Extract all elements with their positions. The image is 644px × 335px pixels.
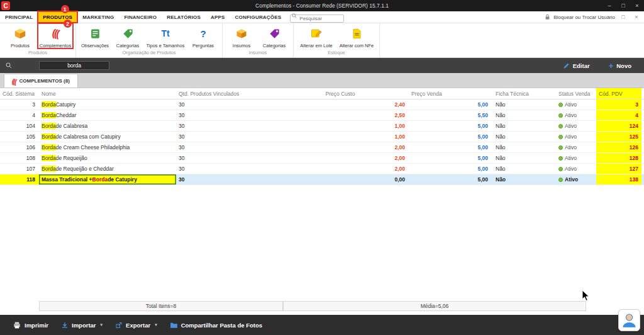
share-photos-label: Compartilhar Pasta de Fotos: [181, 322, 262, 329]
cell-preco-venda: 5,00: [410, 121, 493, 131]
column-header-preco-custo[interactable]: Preço Custo: [270, 88, 410, 99]
cell-preco-custo: 2,40: [270, 99, 410, 110]
table-row[interactable]: 104 Borda de Calabresa 30 1,00 5,00 Não …: [0, 121, 644, 132]
cell-preco-custo: 0,00: [270, 174, 410, 185]
ribbon-button-complementos[interactable]: ((( Complementos 2: [38, 23, 73, 48]
menu-search-input[interactable]: [290, 14, 344, 23]
cell-cod-pdv: 127: [596, 164, 641, 174]
cell-cod-pdv: 125: [596, 132, 641, 142]
ribbon-button-produtos[interactable]: Produtos: [3, 23, 38, 48]
tab-complementos[interactable]: ((( COMPLEMENTOS (8): [4, 74, 78, 88]
chevron-down-icon: ▾: [155, 322, 157, 327]
cell-preco-venda: 5,00: [410, 132, 493, 142]
column-header-cod-pdv[interactable]: Cód. PDV: [596, 88, 641, 99]
maximize-icon[interactable]: □: [616, 3, 630, 9]
table-row[interactable]: 105 Borda de Calabresa com Catupiry 30 1…: [0, 132, 644, 142]
edit-button-label: Editar: [573, 62, 590, 69]
annotation-step-2-badge: 2: [64, 20, 72, 28]
table-row[interactable]: 107 Borda de Requeijão e Cheddar 30 2,00…: [0, 164, 644, 174]
ribbon-button-tipos-tamanhos[interactable]: Tt Tipos e Tamanhos: [144, 23, 187, 48]
menu-tab-relatorios[interactable]: RELATÓRIOS: [162, 11, 206, 23]
ribbon-button-insumos-categorias[interactable]: Categorias: [258, 23, 291, 48]
status-active-dot: [558, 167, 563, 171]
ribbon-group-label: Organização de Produtos: [79, 48, 219, 57]
cell-cod-sistema: 106: [0, 142, 39, 152]
column-header-ficha-tecnica[interactable]: Ficha Técnica: [493, 88, 556, 99]
table-row[interactable]: 106 Borda de Cream Cheese Philadelphia 3…: [0, 142, 644, 153]
new-button-label: Novo: [616, 62, 631, 69]
import-arrow-icon: [61, 321, 69, 329]
menu-tab-apps[interactable]: APPS: [206, 11, 230, 23]
cell-status-venda: Ativo: [556, 153, 596, 163]
status-active-dot: [558, 124, 563, 128]
ribbon-group-organizacao: Observações Categorias Tt Tipos e Tamanh…: [76, 23, 223, 57]
menu-tab-marketing[interactable]: MARKETING: [77, 11, 119, 23]
minimize-icon[interactable]: –: [602, 3, 616, 9]
ribbon-button-alterar-nfe[interactable]: Alterar com NFe: [336, 23, 377, 48]
column-header-preco-venda[interactable]: Preço Venda: [410, 88, 493, 99]
ribbon-group-insumos: Insumos Categorias Insumos: [223, 23, 294, 57]
cell-ficha-tecnica: Não: [493, 174, 556, 185]
restore-icon[interactable]: □: [618, 14, 628, 20]
ribbon-button-categorias[interactable]: Categorias: [111, 23, 144, 48]
ribbon-button-label: Produtos: [11, 43, 30, 48]
table-row[interactable]: 4 Borda Cheddar 30 2,50 5,50 Não Ativo 4: [0, 110, 644, 121]
search-highlight: Borda: [92, 176, 108, 183]
supplies-categories-tag-icon: [266, 26, 282, 41]
import-button[interactable]: Importar ▾: [61, 321, 103, 329]
lock-user-button[interactable]: Bloquear ou Trocar Usuário: [553, 14, 615, 20]
cell-cod-pdv: 4: [596, 110, 641, 120]
ribbon: Produtos ((( Complementos 2 Produtos Obs…: [0, 23, 644, 58]
user-avatar[interactable]: [618, 309, 640, 331]
table-row[interactable]: 108 Borda de Requeijão 30 2,00 5,00 Não …: [0, 153, 644, 164]
cell-status-venda: Ativo: [556, 132, 596, 142]
ribbon-group-label: Insumos: [225, 48, 291, 57]
share-photos-button[interactable]: Compartilhar Pasta de Fotos: [170, 322, 262, 329]
cell-qtd-vinculados: 30: [176, 174, 270, 185]
cell-nome: Borda de Requeijão: [39, 153, 176, 163]
table-row[interactable]: 118 Massa Tradicional + Borda de Catupir…: [0, 174, 644, 185]
person-icon: [621, 312, 638, 329]
cell-preco-venda: 5,00: [410, 174, 493, 185]
ribbon-button-label: Categorias: [116, 43, 139, 48]
complements-icon: (((: [47, 26, 64, 41]
cell-qtd-vinculados: 30: [176, 164, 270, 174]
export-button[interactable]: Exportar ▾: [115, 321, 157, 329]
ribbon-button-perguntas[interactable]: ? Perguntas: [187, 23, 219, 48]
search-icon: [291, 13, 297, 19]
cell-ficha-tecnica: Não: [493, 164, 556, 174]
column-header-nome[interactable]: Nome: [39, 88, 176, 99]
table-row[interactable]: 3 Borda Catupiry 30 2,40 5,00 Não Ativo …: [0, 99, 644, 110]
menu-tab-produtos[interactable]: PRODUTOS 1: [38, 11, 77, 23]
plus-icon: +: [609, 61, 614, 71]
folder-icon: [170, 322, 178, 329]
footer-average: Média=5,06: [283, 301, 586, 311]
cell-ficha-tecnica: Não: [493, 132, 556, 142]
ribbon-button-observacoes[interactable]: Observações: [79, 23, 111, 48]
new-button[interactable]: + Novo: [609, 61, 631, 71]
print-button[interactable]: Imprimir: [13, 321, 48, 329]
cell-status-venda: Ativo: [556, 142, 596, 152]
close-icon[interactable]: ×: [630, 3, 644, 9]
table-header: Cód. Sistema Nome Qtd. Produtos Vinculad…: [0, 88, 644, 99]
menu-tab-configuracoes[interactable]: CONFIGURAÇÕES: [230, 11, 287, 23]
cell-status-venda: Ativo: [556, 121, 596, 131]
tabstrip: ((( COMPLEMENTOS (8): [0, 73, 644, 88]
menu-tab-principal[interactable]: PRINCIPAL: [0, 11, 38, 23]
search-highlight: Borda: [42, 144, 56, 150]
cell-cod-pdv: 138: [596, 174, 641, 185]
search-icon[interactable]: [5, 62, 13, 69]
column-header-qtd[interactable]: Qtd. Produtos Vinculados: [176, 88, 270, 99]
status-active-dot: [558, 156, 563, 161]
app-logo-icon: C: [1, 1, 10, 10]
filter-search-input[interactable]: [39, 61, 109, 70]
ribbon-button-insumos[interactable]: Insumos: [225, 23, 258, 48]
menu-search: [290, 11, 344, 23]
column-header-status-venda[interactable]: Status Venda: [556, 88, 596, 99]
column-header-cod-sistema[interactable]: Cód. Sistema: [0, 88, 39, 99]
ribbon-button-alterar-lote[interactable]: Alterar em Lote: [296, 23, 336, 48]
close-ribbon-icon[interactable]: ×: [631, 14, 641, 20]
edit-button[interactable]: Editar: [563, 62, 590, 69]
ribbon-group-produtos: Produtos ((( Complementos 2 Produtos: [0, 23, 76, 57]
menu-tab-financeiro[interactable]: FINANCEIRO: [119, 11, 162, 23]
